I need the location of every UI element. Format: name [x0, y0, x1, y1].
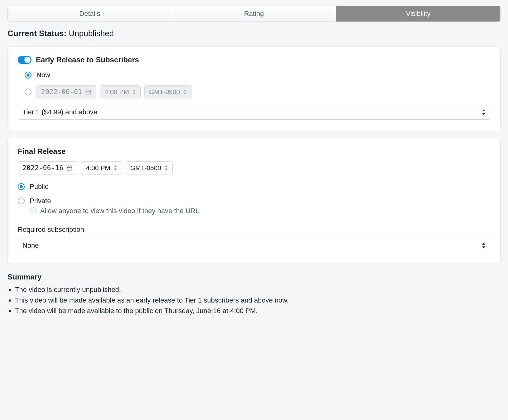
summary-item: This video will be made available as an … [15, 296, 501, 304]
private-label: Private [30, 197, 51, 205]
early-release-card: Early Release to Subscribers Now 2022-06… [7, 46, 501, 130]
early-tier-select[interactable]: Tier 1 ($4.99) and above [18, 105, 490, 120]
early-time-value: 4:00 PM [104, 88, 129, 96]
tab-visibility[interactable]: Visibility [336, 6, 500, 21]
summary-item: The video will be made available to the … [15, 307, 501, 315]
caret-sort-icon [114, 165, 117, 170]
final-time-picker[interactable]: 4:00 PM [81, 161, 122, 174]
early-release-title: Early Release to Subscribers [36, 55, 139, 64]
calendar-icon [85, 89, 91, 95]
early-date-picker[interactable]: 2022-06-01 [36, 85, 96, 98]
calendar-icon [66, 165, 73, 171]
caret-sort-icon [132, 89, 136, 94]
current-status-label: Current Status: [7, 29, 66, 38]
final-date-picker[interactable]: 2022-06-16 [18, 161, 77, 174]
summary-list: The video is currently unpublished. This… [7, 286, 501, 315]
final-tz-value: GMT-0500 [130, 164, 161, 172]
private-radio[interactable] [18, 198, 25, 204]
early-tz-picker[interactable]: GMT-0500 [144, 85, 191, 98]
early-date-value: 2022-06-01 [41, 88, 82, 96]
final-date-value: 2022-06-16 [22, 164, 63, 172]
final-release-card: Final Release 2022-06-16 4:00 PM GMT-050… [7, 138, 501, 263]
early-tz-value: GMT-0500 [149, 88, 180, 96]
early-now-label: Now [36, 71, 50, 79]
early-scheduled-radio[interactable] [25, 88, 31, 95]
current-status-value: Unpublished [69, 29, 114, 38]
final-time-value: 4:00 PM [86, 164, 110, 172]
final-tz-picker[interactable]: GMT-0500 [126, 161, 173, 174]
caret-sort-icon [164, 165, 168, 170]
early-time-picker[interactable]: 4:00 PM [100, 85, 140, 98]
caret-sort-icon [482, 243, 486, 248]
summary-item: The video is currently unpublished. [15, 286, 501, 294]
final-release-title: Final Release [18, 147, 490, 156]
svg-rect-0 [86, 90, 91, 94]
early-release-toggle[interactable] [18, 56, 31, 64]
svg-rect-4 [67, 166, 72, 170]
required-subscription-select[interactable]: None [18, 238, 490, 253]
allow-url-checkbox[interactable] [30, 208, 36, 214]
required-subscription-label: Required subscription [18, 226, 490, 234]
early-tier-value: Tier 1 ($4.99) and above [22, 108, 97, 116]
caret-sort-icon [482, 109, 486, 115]
caret-sort-icon [183, 89, 187, 94]
public-label: Public [30, 183, 48, 191]
summary-title: Summary [7, 273, 501, 281]
tab-rating[interactable]: Rating [172, 6, 336, 21]
allow-url-label: Allow anyone to view this video if they … [40, 207, 199, 215]
public-radio[interactable] [18, 183, 25, 190]
required-subscription-value: None [22, 241, 39, 250]
tab-details[interactable]: Details [8, 6, 172, 21]
tab-bar: Details Rating Visibility [7, 6, 501, 22]
early-now-radio[interactable] [25, 72, 31, 79]
current-status: Current Status: Unpublished [7, 29, 501, 38]
